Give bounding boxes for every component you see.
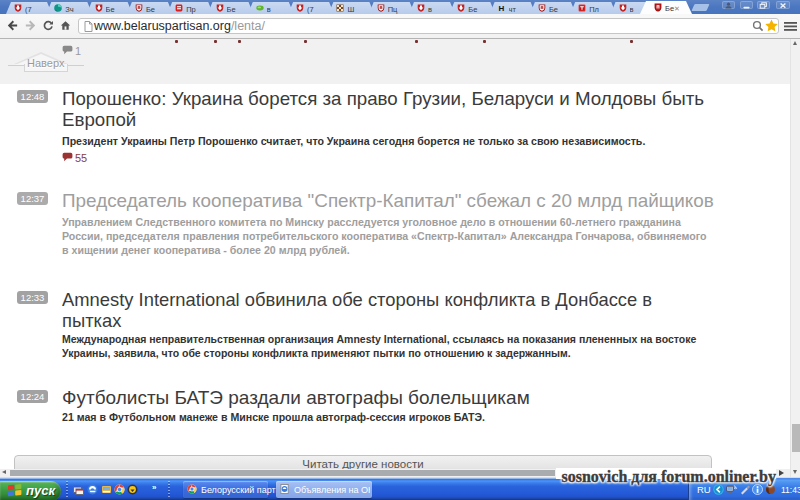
svg-text:H: H <box>498 4 504 12</box>
